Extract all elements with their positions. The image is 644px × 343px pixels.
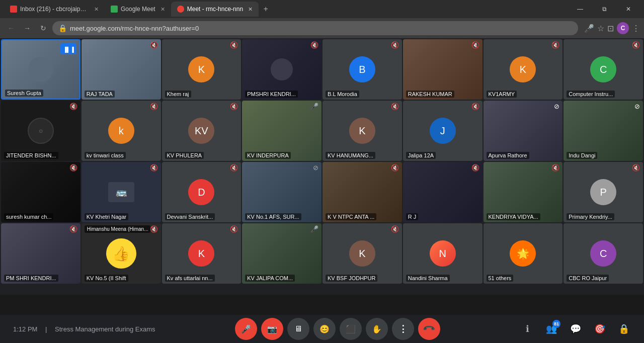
tile-kv-afs-uttarlai[interactable]: K 🔇 Kv afs uttarlai nn... (162, 223, 242, 284)
tile-jitender[interactable]: ⊙ 🔇 JITENDER BISHN... (1, 101, 80, 161)
tile-nandini[interactable]: N Nandini Sharma (403, 223, 482, 284)
camera-button[interactable]: 📷 (261, 318, 283, 340)
jalipa-avatar: J (430, 118, 456, 144)
jalipa-mute-icon: 🔇 (471, 103, 479, 110)
back-button[interactable]: ← (4, 21, 18, 35)
tile-kv-ntpc[interactable]: 🔇 K V NTPC ANTA ... (323, 162, 402, 222)
tile-apurva[interactable]: ⊘ Apurva Rathore (484, 101, 563, 161)
close-button[interactable]: ✕ (617, 0, 640, 18)
tile-kv-inderpura[interactable]: 🎤 KV INDERPURA (242, 101, 321, 161)
tile-devvani[interactable]: D 🔇 Devvani Sanskrit... (162, 162, 242, 222)
meet-favicon (177, 6, 184, 13)
tile-pm-shri[interactable]: 🔇 PM SHRI KENDRI... (1, 223, 80, 284)
tile-kv-no5[interactable]: Himanshu Meena (Himan... 👍 🔇 KV No.5 (II… (82, 223, 161, 284)
suresh-kumar-ch-mute-icon: 🔇 (69, 164, 77, 172)
tile-kv-khetri[interactable]: 🚌 🔇 KV Khetri Nagar (82, 162, 161, 222)
more-options-button[interactable]: ⋮ (392, 318, 414, 340)
lock-button[interactable]: 🔒 (614, 319, 634, 339)
tab-gmail[interactable]: Inbox (216) - cbcrojaipur@gma... ✕ (4, 2, 105, 17)
tile-jalipa[interactable]: J 🔇 Jalipa 12A (403, 101, 482, 161)
profile-avatar[interactable]: C (617, 22, 629, 34)
end-call-button[interactable]: 📞 (414, 313, 445, 343)
nav-icons: 🎤 ☆ ⊡ C ⋮ (584, 22, 640, 34)
tile-kv-tinwari[interactable]: k 🔇 kv tinwari class (82, 101, 161, 161)
tile-kv-no1-afs[interactable]: ⊘ KV No.1 AFS, SUR... (242, 162, 321, 222)
tile-bl-morodia[interactable]: B 🔇 B.L Morodia (323, 39, 402, 100)
kv-jalipa-com-name: KV JALIPA COM... (245, 275, 295, 282)
nandini-photo: N (430, 240, 456, 267)
present-button[interactable]: 🖥 (287, 318, 309, 340)
bookmark-icon[interactable]: ☆ (597, 24, 604, 33)
sidebar-toggle-icon[interactable]: ⊡ (607, 24, 614, 33)
tile-kv1army[interactable]: K 🔇 KV1ARMY (484, 39, 563, 100)
gmeet-tab-close[interactable]: ✕ (160, 6, 165, 13)
people-button[interactable]: 👥 81 (541, 319, 561, 339)
tab-meet-active[interactable]: Meet - rmc-hnce-nnn ✕ (171, 2, 259, 17)
tile-51-others[interactable]: 🌟 51 others (484, 223, 563, 284)
tab-bar: Inbox (216) - cbcrojaipur@gma... ✕ Googl… (0, 0, 644, 18)
tile-indu-dangi[interactable]: ⊘ Indu Dangi (564, 101, 643, 161)
himanshu-overlay-name: Himanshu Meena (Himan... (85, 225, 151, 233)
kv-phulera-avatar: KV (188, 118, 214, 144)
bl-morodia-mute-icon: 🔇 (391, 41, 399, 49)
tile-raj-tada[interactable]: 🔇 RAJ TADA (82, 39, 161, 100)
mic-nav-icon[interactable]: 🎤 (584, 24, 594, 33)
activities-right-button[interactable]: 🎯 (590, 319, 610, 339)
tile-kv-phulera[interactable]: KV 🔇 KV PHULERA (162, 101, 242, 161)
minimize-button[interactable]: — (569, 0, 592, 18)
jitender-name: JITENDER BISHN... (4, 152, 58, 159)
tab-googlemeet[interactable]: Google Meet ✕ (105, 2, 171, 17)
raj-tada-mute-icon: 🔇 (150, 41, 158, 49)
raise-hand-button[interactable]: ✋ (366, 318, 388, 340)
emoji-button[interactable]: 😊 (313, 318, 336, 340)
kv-inderpura-mute-icon: 🎤 (310, 103, 318, 110)
nandini-avatar: N (430, 240, 456, 267)
raj-tada-name: RAJ TADA (85, 91, 115, 98)
kendriya-vidya-mute-icon: 🔇 (551, 164, 559, 172)
tile-pmshri[interactable]: 🔇 PMSHRI KENDRI... (242, 39, 321, 100)
primary-kendry-mute-icon: 🔇 (632, 164, 640, 172)
tile-kendriya-vidya[interactable]: 🔇 KENDRIYA VIDYA... (484, 162, 563, 222)
kv-jalipa-com-mute-icon: 🎤 (310, 225, 318, 233)
window-controls: — ⧉ ✕ (569, 0, 640, 18)
forward-button[interactable]: → (20, 21, 34, 35)
gmail-tab-close[interactable]: ✕ (94, 6, 99, 13)
tile-kv-jalipa-com[interactable]: 🎤 KV JALIPA COM... (242, 223, 321, 284)
info-button[interactable]: ℹ (517, 319, 537, 339)
apurva-name: Apurva Rathore (487, 152, 529, 159)
menu-icon[interactable]: ⋮ (632, 24, 640, 33)
people-badge: 81 (552, 320, 560, 328)
gmail-favicon (10, 6, 17, 13)
kv-hanumang-avatar: K (349, 118, 375, 144)
maximize-button[interactable]: ⧉ (593, 0, 616, 18)
meet-tab-close[interactable]: ✕ (248, 6, 253, 13)
mic-button[interactable]: 🎤 (235, 318, 257, 340)
tile-khem-raj[interactable]: K 🔇 Khem raj (162, 39, 242, 100)
tile-kv-hanumang[interactable]: K 🔇 KV HANUMANG... (323, 101, 402, 161)
rj-mute-icon: 🔇 (471, 164, 479, 172)
tile-suresh-gupta[interactable]: ▐▌▐ Suresh Gupta (1, 39, 80, 100)
pmshri-name: PMSHRI KENDRI... (245, 91, 298, 98)
tile-computer-instru[interactable]: C 🔇 Computer Instru... (564, 39, 643, 100)
tile-kv-bsf[interactable]: K 🔇 KV BSF JODHPUR (323, 223, 402, 284)
separator: | (45, 325, 47, 333)
suresh-gupta-avatar (28, 57, 53, 82)
reload-button[interactable]: ↻ (36, 21, 50, 35)
activities-button[interactable]: ⬛ (340, 318, 362, 340)
kv-ntpc-name: K V NTPC ANTA ... (326, 213, 376, 220)
kv-khetri-mute-icon: 🔇 (150, 164, 158, 172)
pmshri-avatar (271, 58, 293, 80)
tile-primary-kendry[interactable]: P 🔇 Primary Kendriy... (564, 162, 643, 222)
tile-suresh-kumar-ch[interactable]: 🔇 suresh kumar ch... (1, 162, 80, 222)
51-others-avatar: 🌟 (510, 240, 536, 267)
kv-afs-uttarlai-name: Kv afs uttarlai nn... (165, 275, 215, 282)
address-bar[interactable]: 🔒 meet.google.com/rmc-hnce-nnn?authuser=… (52, 21, 578, 35)
new-tab-button[interactable]: + (259, 2, 273, 16)
tile-cbc-ro-jaipur[interactable]: C CBC RO Jaipur (564, 223, 643, 284)
tile-rakesh-kumar[interactable]: 🔇 RAKESH KUMAR (403, 39, 482, 100)
devvani-name: Devvani Sanskrit... (165, 213, 215, 220)
kv-no5-mute-icon: 🔇 (150, 225, 158, 233)
tile-rj[interactable]: 🔇 R J (403, 162, 482, 222)
chat-button[interactable]: 💬 (566, 319, 586, 339)
indu-dangi-name: Indu Dangi (567, 152, 597, 159)
